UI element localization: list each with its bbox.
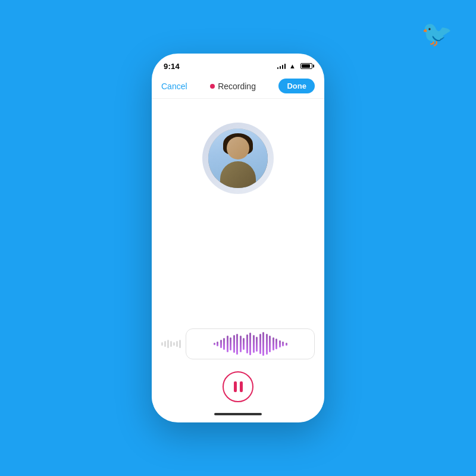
waveform-bar xyxy=(269,336,271,352)
pause-bar-left xyxy=(234,381,237,392)
waveform-bar xyxy=(266,334,268,355)
waveform-bar xyxy=(230,337,231,350)
waveform-bar xyxy=(233,335,235,353)
waveform-bar xyxy=(273,337,274,350)
waveform-bar xyxy=(240,336,242,352)
signal-bar-1 xyxy=(277,67,279,69)
waveform-bar xyxy=(259,334,261,354)
avatar-container xyxy=(202,123,274,194)
waveform-left xyxy=(161,340,181,348)
recording-dot-icon xyxy=(210,84,215,89)
avatar-body xyxy=(220,161,256,188)
waveform-bar xyxy=(249,333,251,355)
waveform-bar-left xyxy=(173,342,175,346)
pause-button-container xyxy=(223,371,253,402)
waveform-bar-left xyxy=(176,341,178,347)
avatar-person xyxy=(208,129,268,188)
recording-status: Recording xyxy=(210,82,256,91)
recording-label-text: Recording xyxy=(218,82,256,91)
twitter-logo: 🐦 xyxy=(421,19,452,48)
signal-bars-icon xyxy=(277,63,286,69)
waveform-bar-left xyxy=(161,342,163,346)
waveform-bar-left xyxy=(179,340,181,348)
waveform-container xyxy=(161,328,315,359)
avatar-head xyxy=(227,137,249,159)
waveform-bar xyxy=(279,340,281,347)
waveform-bar xyxy=(223,338,225,350)
status-time: 9:14 xyxy=(164,62,180,71)
waveform-bar xyxy=(217,342,218,346)
wifi-icon: ▲ xyxy=(289,62,296,70)
waveform-bar xyxy=(246,334,248,353)
phone-frame: 9:14 ▲ Cancel Recording Do xyxy=(152,54,324,422)
waveform-bar xyxy=(282,342,284,346)
phone-content xyxy=(152,99,324,419)
phone-notch xyxy=(208,54,268,67)
waveform-bar xyxy=(227,336,228,352)
pause-bar-right xyxy=(240,381,243,392)
waveform-bar xyxy=(286,343,287,346)
avatar xyxy=(208,129,268,188)
signal-bar-3 xyxy=(282,65,284,69)
waveform-bar-left xyxy=(164,341,166,347)
battery-icon xyxy=(300,63,312,69)
signal-bar-2 xyxy=(280,66,281,69)
waveform-bar xyxy=(256,337,258,352)
waveform-bar-left xyxy=(170,341,172,347)
waveform-bar xyxy=(275,339,277,349)
signal-bar-4 xyxy=(284,64,286,69)
home-indicator xyxy=(214,413,262,415)
done-button[interactable]: Done xyxy=(278,79,315,93)
waveform-bar xyxy=(243,338,245,350)
pause-icon xyxy=(234,381,243,392)
waveform-bar xyxy=(262,332,264,356)
waveform-bar xyxy=(214,343,215,345)
waveform-bar xyxy=(220,340,222,348)
status-icons: ▲ xyxy=(277,62,312,70)
cancel-button[interactable]: Cancel xyxy=(161,82,187,91)
toolbar: Cancel Recording Done xyxy=(152,75,324,99)
pause-button[interactable] xyxy=(223,371,253,402)
waveform-bar xyxy=(253,335,255,353)
waveform-bar-left xyxy=(167,340,169,348)
waveform-bar xyxy=(236,334,238,355)
waveform-box xyxy=(186,328,315,359)
